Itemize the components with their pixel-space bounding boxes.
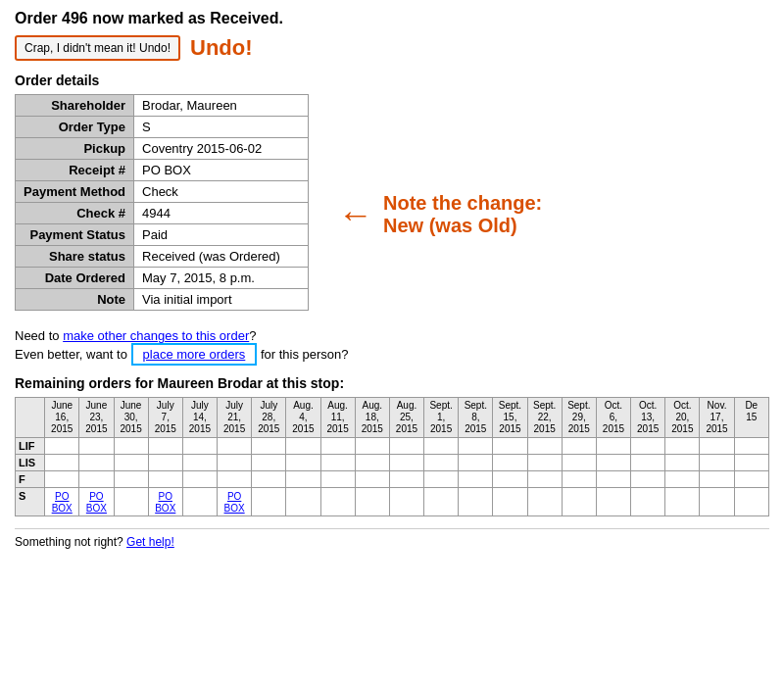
calendar-cell bbox=[424, 488, 459, 516]
make-changes-line: Need to make other changes to this order… bbox=[15, 328, 769, 343]
calendar-cell bbox=[114, 488, 148, 516]
order-label-cell: Payment Status bbox=[16, 224, 134, 246]
calendar-col-header: June30,2015 bbox=[114, 398, 148, 438]
order-link[interactable]: POBOX bbox=[86, 491, 107, 514]
calendar-cell bbox=[596, 471, 630, 488]
calendar-cell bbox=[459, 455, 493, 471]
remaining-orders-title: Remaining orders for Maureen Brodar at t… bbox=[15, 375, 769, 391]
order-value-cell: Paid bbox=[134, 224, 309, 246]
calendar-col-header: July21,2015 bbox=[218, 398, 252, 438]
order-link[interactable]: POBOX bbox=[224, 491, 245, 514]
undo-button[interactable]: Crap, I didn't mean it! Undo! bbox=[15, 35, 180, 61]
calendar-cell bbox=[459, 438, 493, 455]
calendar-cell bbox=[355, 438, 389, 455]
calendar-col-header: Oct.20,2015 bbox=[665, 398, 700, 438]
order-label-cell: Date Ordered bbox=[16, 268, 134, 289]
calendar-col-header: Aug.18,2015 bbox=[355, 398, 389, 438]
calendar-row-label: F bbox=[16, 471, 45, 488]
order-row: Note Via initial import bbox=[16, 289, 309, 311]
order-label-cell: Shareholder bbox=[16, 95, 134, 117]
calendar-cell bbox=[286, 488, 320, 516]
order-value-cell: S bbox=[134, 117, 309, 138]
undo-label: Undo! bbox=[190, 35, 253, 61]
order-link[interactable]: POBOX bbox=[52, 491, 73, 514]
calendar-cell bbox=[355, 471, 389, 488]
calendar-cell[interactable]: POBOX bbox=[79, 488, 114, 516]
calendar-col-header: June16,2015 bbox=[45, 398, 79, 438]
calendar-cell bbox=[148, 471, 182, 488]
calendar-row-label: LIF bbox=[16, 438, 45, 455]
calendar-col-header: Nov.17,2015 bbox=[700, 398, 734, 438]
order-link[interactable]: POBOX bbox=[155, 491, 175, 514]
calendar-cell bbox=[700, 471, 734, 488]
calendar-cell[interactable]: POBOX bbox=[218, 488, 252, 516]
calendar-cell bbox=[459, 488, 493, 516]
footer: Something not right? Get help! bbox=[15, 528, 769, 549]
order-status-message: Order 496 now marked as Received. bbox=[15, 10, 769, 27]
calendar-cell bbox=[320, 488, 355, 516]
calendar-row: LIS bbox=[16, 455, 769, 471]
calendar-col-header: Sept.29,2015 bbox=[562, 398, 596, 438]
undo-row: Crap, I didn't mean it! Undo! Undo! bbox=[15, 35, 769, 61]
corner-cell bbox=[16, 398, 45, 438]
order-details-title: Order details bbox=[15, 73, 769, 88]
calendar-col-header: Aug.25,2015 bbox=[389, 398, 423, 438]
calendar-table: June16,2015June23,2015June30,2015July7,2… bbox=[15, 397, 769, 516]
calendar-col-header: July14,2015 bbox=[182, 398, 217, 438]
order-label-cell: Receipt # bbox=[16, 160, 134, 181]
calendar-cell bbox=[700, 488, 734, 516]
calendar-cell bbox=[286, 438, 320, 455]
calendar-cell bbox=[320, 471, 355, 488]
calendar-col-header: Sept.22,2015 bbox=[527, 398, 562, 438]
calendar-container: June16,2015June23,2015June30,2015July7,2… bbox=[15, 397, 769, 516]
calendar-cell[interactable]: POBOX bbox=[45, 488, 79, 516]
calendar-cell bbox=[493, 455, 527, 471]
place-orders-button[interactable]: place more orders bbox=[131, 343, 258, 366]
calendar-cell bbox=[562, 471, 596, 488]
calendar-col-header: De15 bbox=[734, 398, 768, 438]
order-row: Payment Status Paid bbox=[16, 224, 309, 246]
calendar-row-label: S bbox=[16, 488, 45, 516]
calendar-cell bbox=[562, 488, 596, 516]
calendar-cell bbox=[734, 438, 768, 455]
get-help-link[interactable]: Get help! bbox=[126, 535, 174, 549]
calendar-cell bbox=[527, 488, 562, 516]
order-row: Pickup Coventry 2015-06-02 bbox=[16, 138, 309, 160]
order-row: Shareholder Brodar, Maureen bbox=[16, 95, 309, 117]
annotation-text: Note the change: New (was Old) bbox=[383, 192, 542, 237]
order-details-table: Shareholder Brodar, Maureen Order Type S… bbox=[15, 94, 309, 311]
calendar-cell bbox=[596, 438, 630, 455]
calendar-cell bbox=[320, 455, 355, 471]
calendar-cell bbox=[218, 471, 252, 488]
change-annotation: ← Note the change: New (was Old) bbox=[338, 192, 542, 237]
calendar-cell bbox=[79, 455, 114, 471]
calendar-cell bbox=[114, 471, 148, 488]
calendar-cell bbox=[734, 471, 768, 488]
order-label-cell: Check # bbox=[16, 203, 134, 224]
calendar-col-header: Aug.4,2015 bbox=[286, 398, 320, 438]
order-value-cell: Check bbox=[134, 181, 309, 203]
order-value-cell: PO BOX bbox=[134, 160, 309, 181]
calendar-cell bbox=[459, 471, 493, 488]
calendar-cell bbox=[45, 438, 79, 455]
calendar-cell bbox=[218, 455, 252, 471]
calendar-cell[interactable]: POBOX bbox=[148, 488, 182, 516]
calendar-cell bbox=[596, 455, 630, 471]
calendar-cell bbox=[424, 471, 459, 488]
order-label-cell: Note bbox=[16, 289, 134, 311]
calendar-cell bbox=[389, 488, 423, 516]
make-changes-link[interactable]: make other changes to this order bbox=[63, 328, 249, 343]
calendar-cell bbox=[631, 455, 665, 471]
calendar-cell bbox=[424, 438, 459, 455]
calendar-cell bbox=[424, 455, 459, 471]
calendar-cell bbox=[493, 471, 527, 488]
calendar-cell bbox=[562, 438, 596, 455]
calendar-cell bbox=[493, 488, 527, 516]
calendar-cell bbox=[182, 488, 217, 516]
order-label-cell: Share status bbox=[16, 246, 134, 268]
calendar-cell bbox=[665, 471, 700, 488]
calendar-cell bbox=[286, 455, 320, 471]
arrow-icon: ← bbox=[338, 194, 373, 235]
calendar-col-header: July7,2015 bbox=[148, 398, 182, 438]
calendar-col-header: Sept.15,2015 bbox=[493, 398, 527, 438]
